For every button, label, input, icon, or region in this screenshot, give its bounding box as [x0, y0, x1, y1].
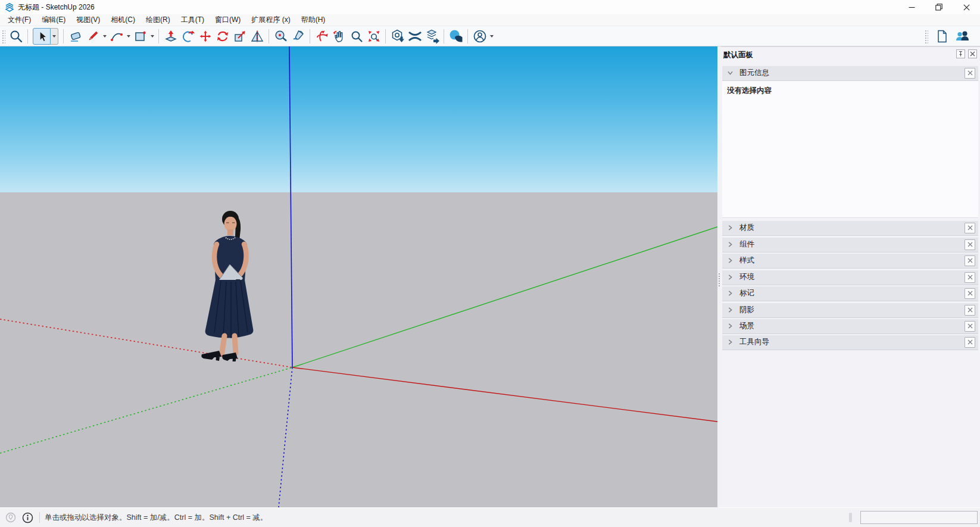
chevron-right-icon: [726, 338, 734, 346]
section-entity-info[interactable]: 图元信息: [722, 66, 978, 80]
pan-tool-button[interactable]: [331, 28, 347, 44]
line-tool-dropdown[interactable]: [101, 29, 108, 44]
menu-draw[interactable]: 绘图(R): [141, 14, 176, 26]
push-pull-tool-button[interactable]: [163, 28, 179, 44]
rectangle-tool-dropdown[interactable]: [149, 29, 155, 44]
chevron-down-icon: [103, 35, 107, 38]
follow-me-tool-button[interactable]: [180, 28, 196, 44]
line-tool-button[interactable]: [85, 28, 101, 44]
menu-view[interactable]: 视图(V): [71, 14, 105, 26]
section-label: 图元信息: [739, 68, 769, 78]
entity-info-content: 没有选择内容: [722, 81, 978, 218]
toolbar: [0, 26, 980, 46]
eraser-tool-button[interactable]: [67, 28, 83, 44]
section-label: 环境: [739, 272, 754, 282]
status-bar: 单击或拖动以选择对象。Shift = 加/减。Ctrl = 加。Shift + …: [0, 508, 980, 527]
menu-edit[interactable]: 编辑(E): [36, 14, 71, 26]
extension-warehouse-button[interactable]: [407, 28, 423, 44]
zoom-tool-button[interactable]: [348, 28, 364, 44]
close-button[interactable]: [953, 0, 980, 14]
arc-tool-dropdown[interactable]: [125, 29, 132, 44]
close-section-button[interactable]: [965, 239, 975, 250]
section-label: 组件: [739, 239, 754, 250]
toolbar-separator: [310, 29, 310, 43]
menu-file[interactable]: 文件(F): [2, 14, 36, 26]
section-label: 标记: [739, 288, 754, 298]
menu-camera[interactable]: 相机(C): [105, 14, 141, 26]
shapes-button[interactable]: [448, 28, 464, 44]
close-panel-button[interactable]: [968, 49, 977, 58]
send-to-layout-button[interactable]: [424, 28, 440, 44]
section-scenes[interactable]: 场景: [722, 319, 978, 333]
close-section-button[interactable]: [965, 223, 975, 233]
toolbar-separator: [467, 29, 468, 43]
minimize-button[interactable]: [898, 0, 925, 14]
select-tool-dropdown[interactable]: [51, 28, 58, 45]
menu-help[interactable]: 帮助(H): [296, 14, 331, 26]
orbit-tool-button[interactable]: [314, 28, 330, 44]
geolocation-icon[interactable]: [5, 512, 17, 523]
section-shadows[interactable]: 阴影: [722, 303, 978, 317]
toolbar-separator: [158, 29, 159, 43]
section-environment[interactable]: 环境: [722, 270, 978, 285]
sign-in-dropdown[interactable]: [488, 29, 495, 44]
chevron-down-icon: [490, 35, 494, 38]
section-instructor[interactable]: 工具向导: [722, 335, 978, 350]
section-label: 工具向导: [739, 337, 769, 347]
main-area: 默认面板 图元信息 没有选择内容 材质 组件: [0, 46, 980, 507]
chevron-right-icon: [726, 289, 734, 297]
menu-window[interactable]: 窗口(W): [210, 14, 246, 26]
sign-in-button[interactable]: [472, 28, 488, 44]
chevron-right-icon: [726, 241, 734, 248]
close-section-button[interactable]: [965, 305, 975, 316]
search-tool-button[interactable]: [8, 28, 24, 44]
chevron-right-icon: [726, 257, 734, 264]
rotate-tool-button[interactable]: [214, 28, 230, 44]
sketchup-window: 无标题 - SketchUp 2026 文件(F) 编辑(E) 视图(V) 相机…: [0, 0, 980, 527]
select-tool-button[interactable]: [33, 28, 51, 45]
paint-bucket-tool-button[interactable]: [290, 28, 306, 44]
toolbar-separator: [444, 29, 444, 43]
section-components[interactable]: 组件: [722, 237, 978, 252]
section-label: 样式: [739, 255, 754, 266]
toolbar-separator: [27, 29, 28, 43]
toolbar-separator: [269, 29, 269, 43]
close-section-button[interactable]: [965, 68, 975, 79]
move-tool-button[interactable]: [197, 28, 213, 44]
chevron-down-icon: [726, 69, 734, 77]
scale-tool-button[interactable]: [232, 28, 248, 44]
section-label: 场景: [739, 321, 754, 331]
measurement-input[interactable]: [860, 511, 978, 524]
chevron-right-icon: [726, 224, 734, 232]
arc-tool-button[interactable]: [108, 28, 124, 44]
info-icon[interactable]: [21, 512, 33, 523]
flip-tool-button[interactable]: [249, 28, 265, 44]
rectangle-tool-button[interactable]: [132, 28, 148, 44]
menu-extensions[interactable]: 扩展程序 (x): [246, 14, 295, 26]
zoom-extents-tool-button[interactable]: [366, 28, 382, 44]
viewport-canvas[interactable]: [0, 46, 717, 507]
people-button[interactable]: [954, 28, 970, 44]
pin-panel-button[interactable]: [956, 49, 965, 58]
section-styles[interactable]: 样式: [722, 253, 978, 268]
close-section-button[interactable]: [965, 321, 975, 332]
close-section-button[interactable]: [965, 288, 975, 299]
menu-tools[interactable]: 工具(T): [176, 14, 210, 26]
toolbar-separator: [385, 29, 386, 43]
section-materials[interactable]: 材质: [722, 220, 978, 235]
tape-measure-tool-button[interactable]: [273, 28, 289, 44]
close-section-button[interactable]: [965, 337, 975, 348]
close-section-button[interactable]: [965, 255, 975, 266]
chevron-right-icon: [726, 273, 734, 281]
restore-button[interactable]: [925, 0, 953, 14]
toolbar-right-drag-handle[interactable]: [924, 29, 928, 43]
default-tray-panel: 默认面板 图元信息 没有选择内容 材质 组件: [721, 46, 980, 507]
3d-warehouse-button[interactable]: [389, 28, 405, 44]
ground-plane: [0, 192, 717, 507]
close-section-button[interactable]: [965, 272, 975, 283]
toolbar-drag-handle[interactable]: [1, 29, 5, 43]
section-tags[interactable]: 标记: [722, 286, 978, 301]
woman-figure[interactable]: [196, 210, 262, 361]
status-hint-text: 单击或拖动以选择对象。Shift = 加/减。Ctrl = 加。Shift + …: [45, 513, 267, 523]
new-document-button[interactable]: [934, 28, 950, 44]
